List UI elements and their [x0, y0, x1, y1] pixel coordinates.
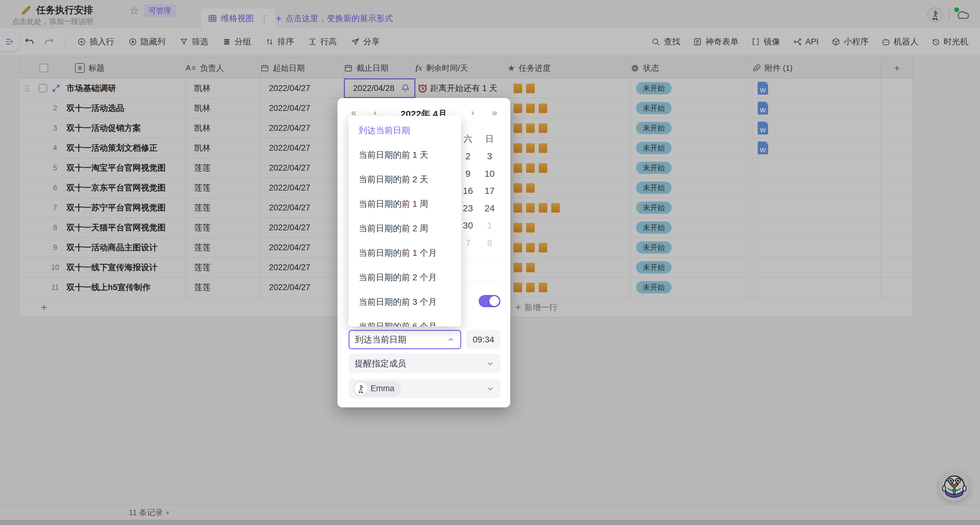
reminder-rule-select[interactable]: 到达当前日期: [348, 330, 461, 349]
reminder-toggle[interactable]: [479, 295, 500, 307]
chevron-down-icon: [486, 385, 494, 393]
dropdown-option[interactable]: 当前日期的前 3 个月: [348, 290, 461, 314]
calendar-day[interactable]: 10: [479, 165, 500, 182]
member-avatar: [354, 382, 368, 395]
dropdown-option[interactable]: 当前日期的前 2 天: [348, 167, 461, 192]
reminder-time-input[interactable]: 09:34: [466, 330, 500, 349]
next-month-button[interactable]: ›: [471, 107, 474, 118]
calendar-day[interactable]: 8: [479, 234, 500, 251]
notify-member-select[interactable]: 提醒指定成员: [348, 354, 500, 373]
dropdown-option[interactable]: 当前日期的前 1 周: [348, 192, 461, 216]
dropdown-option[interactable]: 当前日期的前 1 个月: [348, 241, 461, 265]
calendar-day[interactable]: 24: [479, 200, 500, 217]
date-reminder-popup: « ‹ 2022年 4月 › » 一二三四五六日 282930311234567…: [337, 98, 510, 407]
dropdown-option[interactable]: 当前日期的前 6 个月: [348, 314, 461, 326]
reminder-rule-dropdown: 到达当前日期当前日期的前 1 天当前日期的前 2 天当前日期的前 1 周当前日期…: [348, 116, 461, 326]
chevron-down-icon: [486, 360, 494, 368]
dropdown-option[interactable]: 当前日期的前 2 周: [348, 216, 461, 241]
calendar-day[interactable]: 17: [479, 182, 500, 199]
member-chip: Emma: [353, 381, 401, 396]
dropdown-option[interactable]: 当前日期的前 2 个月: [348, 265, 461, 290]
dropdown-option[interactable]: 到达当前日期: [348, 118, 461, 143]
member-picker[interactable]: Emma: [348, 379, 500, 398]
member-name: Emma: [371, 384, 395, 393]
chevron-up-icon: [447, 336, 455, 344]
next-year-button[interactable]: »: [492, 107, 497, 118]
app-root: 任务执行安排 ☆ 可管理 点击此处，添加一段说明 维格视图 ⋮ + 点击这里，变…: [0, 0, 980, 525]
calendar-day[interactable]: 3: [479, 148, 500, 165]
calendar-day[interactable]: 1: [479, 217, 500, 234]
weekday-label: 日: [479, 132, 500, 146]
dropdown-option[interactable]: 当前日期的前 1 天: [348, 143, 461, 167]
